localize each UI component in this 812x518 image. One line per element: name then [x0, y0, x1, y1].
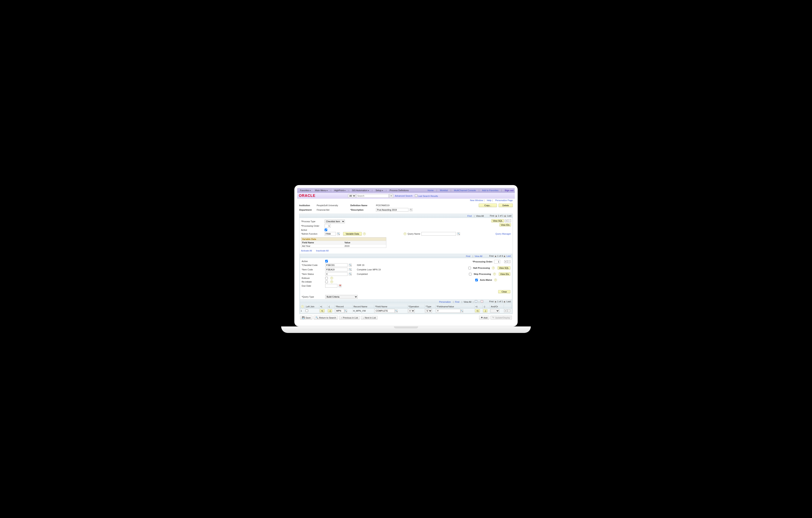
add-row-button[interactable]: + — [505, 219, 508, 222]
help-icon[interactable]: ? — [492, 267, 495, 269]
help-icon[interactable]: ? — [493, 273, 496, 275]
leftjoin-checkbox[interactable] — [306, 309, 308, 312]
criteria-find-link[interactable]: Find — [455, 301, 459, 303]
add-criteria-row-button[interactable]: + — [504, 309, 507, 312]
signout-link[interactable]: Sign out — [505, 189, 514, 192]
view-sql-button[interactable]: View SQL — [491, 219, 504, 222]
help-link[interactable]: Help — [487, 199, 491, 201]
criteria-personalize-link[interactable]: Personalize — [439, 301, 451, 303]
checklist-code-input[interactable] — [325, 263, 348, 267]
lookup-icon[interactable]: 🔍 — [395, 309, 398, 312]
admin-function-input[interactable] — [325, 232, 336, 236]
multichannel-link[interactable]: MultiChannel Console — [454, 189, 476, 192]
delete-criteria-row-button[interactable]: − — [508, 309, 510, 312]
prev-arrow-icon[interactable]: ◀ — [494, 301, 496, 303]
halt-checkbox[interactable] — [468, 267, 471, 269]
query-manager-link[interactable]: Query Manager — [495, 233, 511, 235]
crumb-highpoint[interactable]: HighPoint — [332, 189, 347, 192]
record-input[interactable] — [335, 309, 344, 312]
zoom-icon[interactable] — [475, 300, 477, 303]
save-button[interactable]: 💾Save — [300, 316, 312, 320]
clear-button[interactable]: Clear — [498, 290, 510, 293]
lookup-icon[interactable]: 🔍 — [337, 233, 340, 235]
mainmenu-menu[interactable]: Main Menu — [313, 189, 329, 192]
lookup-icon[interactable]: 🔍 — [344, 309, 347, 312]
help-icon[interactable]: ? — [494, 278, 497, 281]
add-favorites-link[interactable]: Add to Favorites — [482, 189, 498, 192]
rollover-checkbox[interactable] — [325, 277, 328, 279]
help-icon[interactable]: ? — [330, 280, 333, 283]
next-in-list-button[interactable]: ↓Next in List — [361, 316, 378, 320]
inactivate-all-link[interactable]: Inactivate All — [316, 249, 329, 252]
variable-data-button[interactable]: Variable Data — [343, 232, 362, 236]
help-icon[interactable]: ? — [363, 233, 366, 235]
advanced-search-link[interactable]: Advanced Search — [395, 195, 412, 197]
operation-select[interactable]: = — [408, 309, 415, 312]
add-button[interactable]: ✚Add — [479, 316, 489, 320]
type-select[interactable]: V — [425, 309, 432, 312]
paren-close-minus-button[interactable]: -) — [483, 309, 487, 312]
worklist-link[interactable]: Worklist — [440, 189, 448, 192]
autowaive-checkbox[interactable] — [475, 279, 478, 281]
fieldvalue-input[interactable] — [436, 309, 460, 312]
next-arrow-icon[interactable]: ▶ — [503, 255, 506, 257]
copy-button[interactable]: Copy... — [479, 203, 497, 207]
next-arrow-icon[interactable]: ▶ — [504, 215, 506, 217]
prev-arrow-icon[interactable]: ◀ — [495, 215, 497, 217]
description-input[interactable] — [376, 208, 408, 212]
help-icon[interactable]: ? — [301, 305, 304, 308]
delete-row-button[interactable]: − — [508, 260, 510, 263]
favorites-menu[interactable]: Favorites — [298, 189, 312, 192]
spellcheck-icon[interactable]: ✎ — [410, 209, 412, 211]
delete-row-button[interactable]: − — [508, 219, 511, 222]
processing-order-input[interactable] — [325, 224, 331, 228]
lookup-icon[interactable]: 🔍 — [349, 264, 352, 267]
return-to-search-button[interactable]: 🔍Return to Search — [314, 316, 338, 320]
skip-checkbox[interactable] — [469, 273, 471, 275]
calendar-icon[interactable]: 📅 — [339, 284, 342, 287]
process-type-select[interactable]: Checklist Item — [325, 220, 345, 223]
search-scope-select[interactable]: All — [348, 194, 356, 198]
detail-procorder-input[interactable] — [494, 260, 500, 264]
view-ids-button[interactable]: View IDs — [499, 223, 511, 226]
search-go-button[interactable]: » — [389, 194, 393, 198]
andor-select[interactable] — [490, 309, 499, 312]
reinitiate-checkbox[interactable] — [325, 280, 328, 283]
paren-open-plus-button[interactable]: +( — [320, 309, 325, 312]
help-icon[interactable]: ? — [404, 233, 406, 235]
download-icon[interactable] — [481, 300, 483, 303]
paren-open-minus-button[interactable]: -( — [328, 309, 332, 312]
find-link[interactable]: Find — [467, 215, 471, 217]
query-name-input[interactable] — [422, 232, 456, 236]
personalize-page-link[interactable]: Personalize Page — [495, 199, 513, 201]
crumb-process-definitions[interactable]: Process Definitions — [388, 189, 410, 192]
lookup-icon[interactable]: 🔍 — [349, 268, 352, 271]
lookup-icon[interactable]: 🔍 — [457, 233, 460, 235]
detail-viewids-button[interactable]: View IDs — [499, 272, 510, 276]
prev-arrow-icon[interactable]: ◀ — [494, 255, 496, 257]
active-checkbox[interactable] — [325, 228, 327, 231]
duedate-input[interactable] — [325, 284, 338, 288]
search-input[interactable] — [356, 194, 389, 198]
next-arrow-icon[interactable]: ▶ — [503, 301, 506, 303]
last-search-link[interactable]: Last Search Results — [418, 195, 438, 197]
home-link[interactable]: Home — [428, 189, 434, 192]
detail-active-checkbox[interactable] — [325, 260, 328, 263]
item-code-input[interactable] — [325, 268, 348, 271]
paren-close-plus-button[interactable]: +) — [475, 309, 480, 312]
detail-find-link[interactable]: Find — [466, 255, 470, 257]
previous-in-list-button[interactable]: ↑Previous in List — [339, 316, 360, 320]
lookup-icon[interactable]: 🔍 — [349, 273, 352, 275]
crumb-sis-automation[interactable]: SIS Automation — [350, 189, 371, 192]
lookup-icon[interactable]: 🔍 — [460, 309, 463, 312]
detail-viewall-link[interactable]: View All — [474, 255, 482, 257]
detail-last-link[interactable]: Last — [506, 255, 511, 257]
fieldname-input[interactable] — [375, 309, 395, 312]
query-type-select[interactable]: Build Criteria — [325, 295, 358, 299]
delete-button[interactable]: Delete — [499, 203, 513, 207]
help-icon[interactable]: ? — [330, 277, 333, 279]
detail-viewsql-button[interactable]: View SQL — [498, 266, 510, 270]
crumb-setup[interactable]: Setup — [374, 189, 384, 192]
item-status-input[interactable] — [325, 272, 348, 276]
new-window-link[interactable]: New Window — [470, 199, 483, 201]
